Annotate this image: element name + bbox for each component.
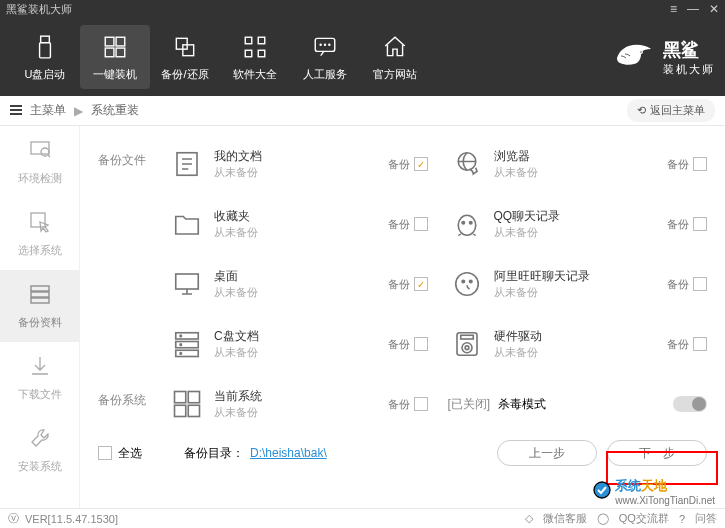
watermark-logo-icon <box>593 481 611 502</box>
svg-rect-21 <box>31 292 49 297</box>
svg-point-14 <box>324 44 325 45</box>
brand-sub: 装机大师 <box>663 62 715 77</box>
home-icon <box>381 33 409 61</box>
svg-point-16 <box>640 50 643 53</box>
checkbox[interactable] <box>693 157 707 171</box>
nav-usb[interactable]: U盘启动 <box>10 25 80 89</box>
titlebar: 黑鲨装机大师 ≡ — ✕ <box>0 0 725 18</box>
top-nav: U盘启动 一键装机 备份/还原 软件大全 人工服务 官方网站 黑鲨 装机大师 <box>0 18 725 96</box>
row-antivirus: [已关闭] 杀毒模式 <box>448 374 708 434</box>
copy-icon <box>171 33 199 61</box>
watermark: 系统天地 www.XiTongTianDi.net <box>593 477 715 506</box>
back-arrow-icon: ⟲ <box>637 104 646 117</box>
wechat-icon[interactable]: ◇ <box>525 512 533 525</box>
svg-rect-10 <box>245 50 252 57</box>
checkbox[interactable]: ✓ <box>414 157 428 171</box>
main-panel: 备份文件 我的文档从未备份 备份✓ 浏览器从未备份 备份 收藏夹从未备份 备份 … <box>80 126 725 508</box>
check-env-icon <box>28 138 52 165</box>
menu-icon[interactable]: ≡ <box>670 2 677 16</box>
select-all-checkbox[interactable] <box>98 446 112 460</box>
step-install[interactable]: 安装系统 <box>0 414 79 486</box>
brand-main: 黑鲨 <box>663 38 699 62</box>
list-item: 桌面从未备份 备份✓ <box>168 254 428 314</box>
svg-point-30 <box>462 280 465 283</box>
backup-path-label: 备份目录： <box>184 445 244 462</box>
nav-software[interactable]: 软件大全 <box>220 25 290 89</box>
item-icon <box>448 205 486 243</box>
svg-rect-2 <box>105 37 114 46</box>
checkbox[interactable]: ✓ <box>414 277 428 291</box>
antivirus-status: [已关闭] <box>448 396 491 413</box>
breadcrumb-current: 系统重装 <box>91 102 139 119</box>
svg-rect-33 <box>176 342 199 348</box>
backup-path-link[interactable]: D:\heisha\bak\ <box>250 446 327 460</box>
windows-icon <box>101 33 129 61</box>
version-text: VER[11.5.47.1530] <box>25 513 118 525</box>
back-button[interactable]: ⟲ 返回主菜单 <box>627 99 715 122</box>
item-icon <box>448 145 486 183</box>
svg-rect-5 <box>116 48 125 57</box>
nav-backup[interactable]: 备份/还原 <box>150 25 220 89</box>
step-backup[interactable]: 备份资料 <box>0 270 79 342</box>
step-check[interactable]: 环境检测 <box>0 126 79 198</box>
status-wechat[interactable]: 微信客服 <box>543 511 587 526</box>
status-qq[interactable]: QQ交流群 <box>619 511 669 526</box>
svg-rect-4 <box>105 48 114 57</box>
faq-icon[interactable]: ? <box>679 513 685 525</box>
svg-rect-7 <box>183 44 194 55</box>
svg-rect-43 <box>188 392 199 403</box>
svg-rect-42 <box>175 392 186 403</box>
item-icon <box>168 265 206 303</box>
list-item: 硬件驱动从未备份 备份 <box>448 314 708 374</box>
checkbox[interactable] <box>414 397 428 411</box>
checkbox[interactable] <box>414 217 428 231</box>
item-icon <box>168 325 206 363</box>
chevron-right-icon: ▶ <box>74 104 83 118</box>
svg-point-31 <box>469 280 472 283</box>
steps-sidebar: 环境检测 选择系统 备份资料 下载文件 安装系统 <box>0 126 80 508</box>
minimize-icon[interactable]: — <box>687 2 699 16</box>
list-item: C盘文档从未备份 备份 <box>168 314 428 374</box>
svg-rect-8 <box>245 37 252 44</box>
svg-rect-28 <box>176 274 199 289</box>
nav-website[interactable]: 官方网站 <box>360 25 430 89</box>
antivirus-label: 杀毒模式 <box>498 396 546 413</box>
status-faq[interactable]: 问答 <box>695 511 717 526</box>
svg-rect-0 <box>41 36 50 43</box>
select-all-label: 全选 <box>118 445 142 462</box>
nav-install[interactable]: 一键装机 <box>80 25 150 89</box>
usb-icon <box>31 33 59 61</box>
breadcrumb: 主菜单 ▶ 系统重装 ⟲ 返回主菜单 <box>0 96 725 126</box>
step-download[interactable]: 下载文件 <box>0 342 79 414</box>
breadcrumb-root[interactable]: 主菜单 <box>30 102 66 119</box>
prev-button[interactable]: 上一步 <box>497 440 597 466</box>
antivirus-toggle[interactable] <box>673 396 707 412</box>
brand: 黑鲨 装机大师 <box>611 38 715 77</box>
wrench-icon <box>28 426 52 453</box>
apps-icon <box>241 33 269 61</box>
server-icon <box>28 282 52 309</box>
step-system[interactable]: 选择系统 <box>0 198 79 270</box>
checkbox[interactable] <box>693 277 707 291</box>
nav-support[interactable]: 人工服务 <box>290 25 360 89</box>
svg-rect-9 <box>258 37 265 44</box>
close-icon[interactable]: ✕ <box>709 2 719 16</box>
menu-toggle-icon[interactable] <box>10 104 22 118</box>
svg-point-40 <box>465 346 469 350</box>
list-item: 我的文档从未备份 备份✓ <box>168 134 428 194</box>
svg-point-26 <box>462 222 465 225</box>
svg-point-46 <box>594 482 610 498</box>
svg-point-25 <box>458 215 476 235</box>
svg-rect-22 <box>31 298 49 303</box>
list-item: 收藏夹从未备份 备份 <box>168 194 428 254</box>
svg-rect-19 <box>31 213 45 227</box>
svg-rect-45 <box>188 405 199 416</box>
checkbox[interactable] <box>693 217 707 231</box>
checkbox[interactable] <box>693 337 707 351</box>
svg-rect-44 <box>175 405 186 416</box>
svg-rect-3 <box>116 37 125 46</box>
svg-rect-34 <box>176 350 199 356</box>
checkbox[interactable] <box>414 337 428 351</box>
row-system: 当前系统从未备份 备份 <box>168 374 428 434</box>
qq-icon[interactable]: ◯ <box>597 512 609 525</box>
